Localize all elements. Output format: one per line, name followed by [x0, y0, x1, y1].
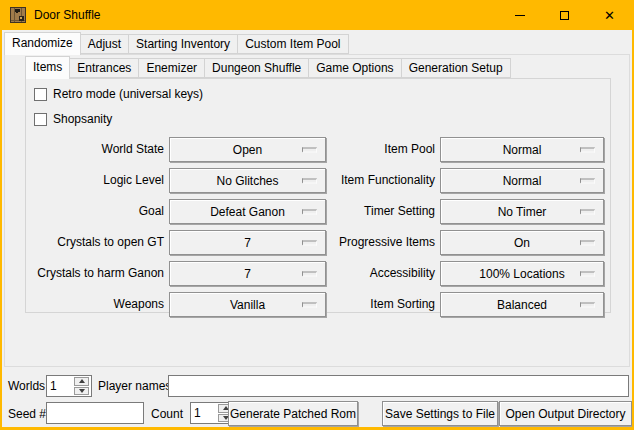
- accessibility-value: 100% Locations: [479, 267, 564, 281]
- tab-custom-item-pool[interactable]: Custom Item Pool: [237, 34, 348, 54]
- worlds-spin-arrows: [74, 376, 90, 396]
- timer-setting-value: No Timer: [498, 205, 547, 219]
- dropdown-indicator-icon: [580, 302, 595, 307]
- logic-level-label: Logic Level: [26, 168, 164, 193]
- dropdown-indicator-icon: [580, 178, 595, 183]
- goal-value: Defeat Ganon: [210, 205, 285, 219]
- spin-down-icon: [79, 389, 85, 393]
- spin-up-button[interactable]: [74, 377, 89, 386]
- tab-enemizer[interactable]: Enemizer: [138, 58, 205, 78]
- dropdown-indicator-icon: [302, 271, 317, 276]
- crystals-ganon-dropdown[interactable]: 7: [169, 261, 326, 286]
- shopsanity-label: Shopsanity: [53, 112, 112, 126]
- tab-game-options[interactable]: Game Options: [308, 58, 401, 78]
- item-pool-label: Item Pool: [331, 137, 435, 162]
- item-functionality-value: Normal: [503, 174, 542, 188]
- logic-level-value: No Glitches: [216, 174, 278, 188]
- save-settings-button[interactable]: Save Settings to File: [382, 401, 498, 426]
- weapons-dropdown[interactable]: Vanilla: [169, 292, 326, 317]
- spin-up-icon: [79, 379, 85, 383]
- count-label: Count: [151, 403, 183, 425]
- option-grid: World State Open Item Pool Normal Logic …: [26, 137, 610, 317]
- tab-adjust[interactable]: Adjust: [80, 34, 129, 54]
- maximize-icon: [560, 11, 569, 20]
- item-sorting-value: Balanced: [497, 298, 547, 312]
- tab-randomize[interactable]: Randomize: [4, 32, 81, 55]
- maximize-button[interactable]: [542, 0, 587, 30]
- crystals-gt-dropdown[interactable]: 7: [169, 230, 326, 255]
- worlds-spinner: [46, 375, 92, 397]
- inner-tabstrip: Items Entrances Enemizer Dungeon Shuffle…: [25, 56, 511, 78]
- dropdown-indicator-icon: [580, 209, 595, 214]
- window-title: Door Shuffle: [34, 8, 101, 22]
- outer-tabstrip: Randomize Adjust Starting Inventory Cust…: [4, 32, 349, 54]
- count-input[interactable]: [191, 403, 218, 423]
- worlds-label: Worlds: [8, 375, 45, 397]
- titlebar: Door Shuffle ✕: [2, 0, 632, 30]
- accessibility-dropdown[interactable]: 100% Locations: [440, 261, 604, 286]
- dropdown-indicator-icon: [302, 209, 317, 214]
- dropdown-indicator-icon: [302, 302, 317, 307]
- item-functionality-dropdown[interactable]: Normal: [440, 168, 604, 193]
- item-sorting-dropdown[interactable]: Balanced: [440, 292, 604, 317]
- retro-mode-label: Retro mode (universal keys): [53, 87, 203, 101]
- app-icon: [10, 7, 26, 23]
- seed-input[interactable]: [46, 402, 144, 424]
- crystals-ganon-value: 7: [244, 267, 251, 281]
- tab-generation-setup[interactable]: Generation Setup: [401, 58, 511, 78]
- crystals-ganon-label: Crystals to harm Ganon: [26, 261, 164, 286]
- progressive-items-value: On: [514, 236, 530, 250]
- worlds-input[interactable]: [47, 376, 74, 396]
- close-icon: ✕: [604, 9, 615, 22]
- tab-starting-inventory[interactable]: Starting Inventory: [128, 34, 238, 54]
- player-names-input[interactable]: [168, 375, 629, 397]
- open-output-directory-button[interactable]: Open Output Directory: [499, 401, 632, 426]
- app-window: Door Shuffle ✕ Randomize Adjust Starting…: [0, 0, 634, 430]
- goal-dropdown[interactable]: Defeat Ganon: [169, 199, 326, 224]
- player-names-label: Player names: [98, 375, 171, 397]
- shopsanity-checkbox[interactable]: [34, 113, 47, 126]
- logic-level-dropdown[interactable]: No Glitches: [169, 168, 326, 193]
- item-sorting-label: Item Sorting: [331, 292, 435, 317]
- accessibility-label: Accessibility: [331, 261, 435, 286]
- world-state-dropdown[interactable]: Open: [169, 137, 326, 162]
- timer-setting-dropdown[interactable]: No Timer: [440, 199, 604, 224]
- world-state-label: World State: [26, 137, 164, 162]
- items-page: Retro mode (universal keys) Shopsanity W…: [25, 78, 611, 313]
- tab-entrances[interactable]: Entrances: [69, 58, 139, 78]
- weapons-label: Weapons: [26, 292, 164, 317]
- dropdown-indicator-icon: [580, 147, 595, 152]
- tab-items[interactable]: Items: [25, 56, 70, 79]
- progressive-items-dropdown[interactable]: On: [440, 230, 604, 255]
- progressive-items-label: Progressive Items: [331, 230, 435, 255]
- generate-patched-rom-button[interactable]: Generate Patched Rom: [228, 401, 358, 426]
- dropdown-indicator-icon: [302, 147, 317, 152]
- world-state-value: Open: [233, 143, 262, 157]
- goal-label: Goal: [26, 199, 164, 224]
- crystals-gt-label: Crystals to open GT: [26, 230, 164, 255]
- seed-label: Seed #: [8, 403, 46, 425]
- dropdown-indicator-icon: [302, 240, 317, 245]
- timer-setting-label: Timer Setting: [331, 199, 435, 224]
- minimize-icon: [515, 15, 525, 16]
- weapons-value: Vanilla: [230, 298, 265, 312]
- retro-mode-checkbox[interactable]: [34, 88, 47, 101]
- shopsanity-row: Shopsanity: [34, 112, 610, 126]
- tab-dungeon-shuffle[interactable]: Dungeon Shuffle: [204, 58, 309, 78]
- dropdown-indicator-icon: [580, 240, 595, 245]
- item-pool-dropdown[interactable]: Normal: [440, 137, 604, 162]
- close-button[interactable]: ✕: [587, 0, 632, 30]
- crystals-gt-value: 7: [244, 236, 251, 250]
- item-pool-value: Normal: [503, 143, 542, 157]
- dropdown-indicator-icon: [580, 271, 595, 276]
- minimize-button[interactable]: [497, 0, 542, 30]
- retro-mode-row: Retro mode (universal keys): [34, 87, 610, 101]
- item-functionality-label: Item Functionality: [331, 168, 435, 193]
- caption-buttons: ✕: [497, 0, 632, 30]
- spin-down-button[interactable]: [74, 387, 89, 396]
- dropdown-indicator-icon: [302, 178, 317, 183]
